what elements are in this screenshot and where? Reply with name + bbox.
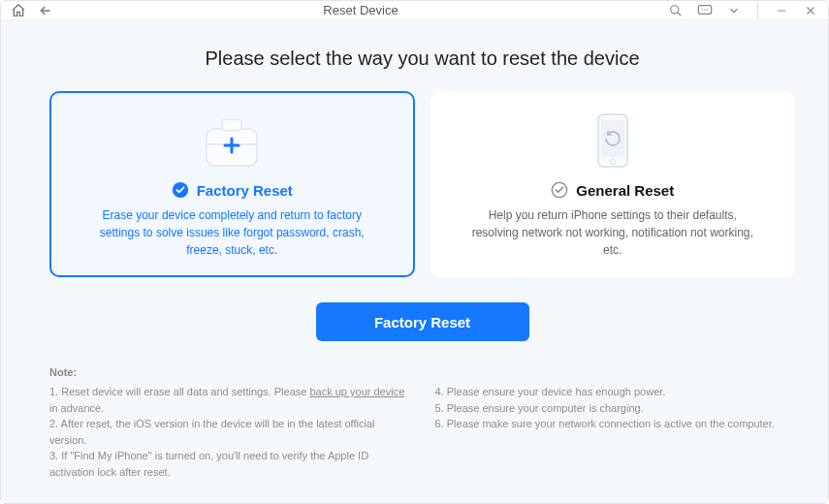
titlebar-divider	[757, 3, 758, 18]
content-panel: Please select the way you want to reset …	[1, 20, 828, 503]
note-text: in advance.	[49, 402, 104, 414]
card-desc: Help you return iPhone settings to their…	[467, 206, 758, 259]
notes-title: Note:	[49, 366, 795, 378]
note-item: 3. If "Find My iPhone" is turned on, you…	[49, 448, 410, 480]
svg-rect-9	[601, 120, 624, 157]
check-icon	[551, 181, 568, 199]
card-title-row: General Reset	[551, 181, 674, 199]
window-title: Reset Device	[53, 3, 668, 17]
feedback-icon[interactable]	[697, 3, 713, 18]
note-item: 4. Please ensure your device has enough …	[435, 384, 796, 400]
notes-columns: 1. Reset device will erase all data and …	[49, 384, 795, 480]
svg-point-2	[702, 9, 703, 10]
backup-link[interactable]: back up your device	[309, 386, 404, 397]
card-title: General Reset	[576, 182, 674, 199]
note-item: 2. After reset, the iOS version in the d…	[49, 416, 410, 448]
note-text: 1. Reset device will erase all data and …	[49, 386, 309, 397]
card-general-reset[interactable]: General Reset Help you return iPhone set…	[430, 91, 796, 277]
card-factory-reset[interactable]: Factory Reset Erase your device complete…	[49, 91, 415, 277]
note-item: 5. Please ensure your computer is chargi…	[435, 400, 796, 417]
card-title: Factory Reset	[197, 182, 293, 199]
minimize-icon[interactable]	[774, 3, 789, 18]
check-filled-icon	[172, 181, 189, 199]
toolkit-icon	[197, 110, 267, 172]
note-item: 6. Please make sure your network connect…	[435, 416, 796, 432]
reset-options: Factory Reset Erase your device complete…	[49, 91, 795, 277]
svg-point-3	[704, 9, 705, 10]
notes-col-left: 1. Reset device will erase all data and …	[49, 384, 410, 480]
search-icon[interactable]	[668, 3, 684, 18]
svg-rect-6	[222, 119, 241, 131]
close-icon[interactable]	[803, 3, 818, 18]
note-item: 1. Reset device will erase all data and …	[49, 384, 410, 416]
titlebar: Reset Device	[1, 1, 828, 20]
home-icon[interactable]	[11, 3, 26, 18]
app-window: Reset Device Please select the way you w…	[0, 0, 829, 504]
notes-section: Note: 1. Reset device will erase all dat…	[49, 366, 795, 480]
notes-col-right: 4. Please ensure your device has enough …	[435, 384, 796, 480]
svg-point-4	[707, 9, 708, 10]
titlebar-left	[11, 3, 53, 18]
titlebar-right	[668, 3, 818, 18]
page-heading: Please select the way you want to reset …	[49, 47, 795, 70]
back-icon[interactable]	[38, 3, 53, 18]
card-title-row: Factory Reset	[172, 181, 293, 199]
chevron-down-icon[interactable]	[726, 3, 742, 18]
primary-action-button[interactable]: Factory Reset	[316, 302, 529, 341]
svg-point-0	[671, 5, 679, 13]
phone-refresh-icon	[589, 110, 637, 172]
card-desc: Erase your device completely and return …	[86, 206, 377, 259]
